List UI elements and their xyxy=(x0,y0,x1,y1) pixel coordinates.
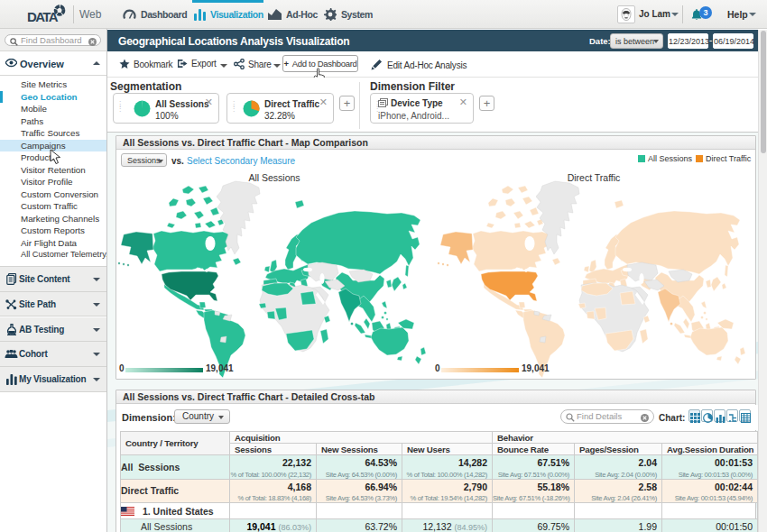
svg-text:DATA: DATA xyxy=(27,9,59,24)
